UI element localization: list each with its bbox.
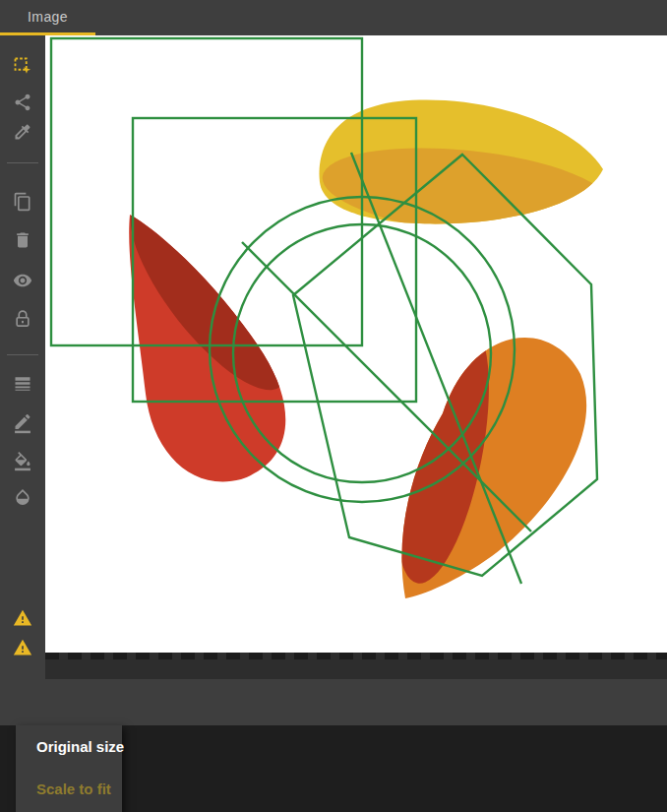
eyedropper-tool-icon[interactable] <box>13 122 32 142</box>
menu-item-scale-to-fit[interactable]: Scale to fit <box>16 768 122 810</box>
copy-tool-icon[interactable] <box>13 192 32 212</box>
line-weight-tool-icon[interactable] <box>13 374 32 394</box>
tab-image[interactable]: Image <box>0 0 95 35</box>
tool-sidebar <box>0 35 45 679</box>
rectangle-select-tool-icon[interactable] <box>13 56 32 76</box>
lock-tool-icon[interactable] <box>13 309 32 329</box>
sidebar-divider <box>7 162 38 163</box>
delete-tool-icon[interactable] <box>13 230 32 250</box>
polygon-tool-icon[interactable] <box>13 93 32 112</box>
canvas-artwork <box>45 35 667 653</box>
sidebar-divider <box>7 354 38 355</box>
image-canvas[interactable] <box>45 35 667 653</box>
status-bar: Image W (px) H (px) Visualized 697 (134%… <box>0 679 667 725</box>
canvas-edge-dashes <box>45 653 667 659</box>
opacity-tool-icon[interactable] <box>13 487 32 507</box>
menu-item-original-size[interactable]: Original size <box>16 725 122 768</box>
tab-image-label: Image <box>0 9 95 25</box>
view-context-menu: Original size Scale to fit <box>16 725 122 812</box>
visibility-tool-icon[interactable] <box>13 271 32 290</box>
border-color-tool-icon[interactable] <box>13 414 32 434</box>
image-editor-window: Image Image W (px) H (px) Visualized 697… <box>0 0 667 812</box>
fill-color-tool-icon[interactable] <box>13 452 32 471</box>
warning-indicator-icon[interactable] <box>13 608 32 628</box>
canvas-bottom-strip <box>45 653 667 679</box>
top-bar: Image <box>0 0 667 35</box>
warning-indicator-icon[interactable] <box>13 638 32 657</box>
